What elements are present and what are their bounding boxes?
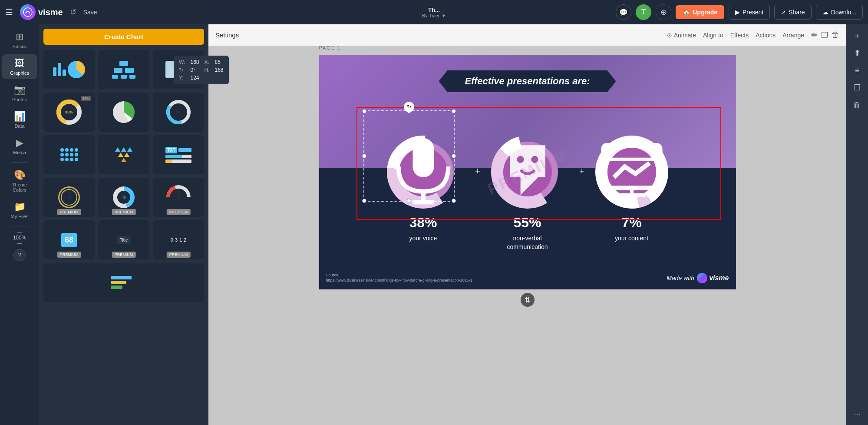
svg-point-27 [531,156,538,163]
rt-filter-button[interactable]: ≡ [849,63,865,78]
pen-icon[interactable]: ✏ [811,30,818,40]
nav-right-section: 💬 T ⊕ 🏠 Upgrade ▶ Present ↗ Share ☁ Down… [616,4,863,20]
canvas-toolbar: Settings ⊙ Animate Align to Effects Acti… [208,24,846,46]
add-collaborator-button[interactable]: ⊕ [656,4,671,20]
panel-item-speedometer[interactable]: 45 PREMIUM [153,178,204,217]
gauge-value: 45 [117,191,130,204]
scroll-indicator[interactable]: ⇅ [319,293,736,307]
undo-button[interactable]: ↺ [70,7,76,17]
rt-upload-button[interactable]: ⬆ [849,45,865,61]
panel-item-donut-yellow[interactable]: 35% 35% [43,93,95,132]
svg-point-0 [23,8,32,17]
copy-icon[interactable]: ❐ [821,30,828,40]
panel-item-color-bars[interactable] [43,263,204,302]
panel-item-gauge[interactable]: 45 PREMIUM [98,178,149,217]
seqnums-premium-badge: PREMIUM [167,252,191,258]
sidebar-label-media: Media [13,150,26,155]
chart-item-nonverbal[interactable]: 55% non-verbalcommunication + [488,133,567,251]
clock-premium-badge: PREMIUM [57,209,81,215]
panel-item-org-chart[interactable] [98,50,149,89]
dropdown-chevron-icon[interactable]: ▼ [441,13,446,18]
sidebar-item-photos[interactable]: 📷 Photos [2,81,37,106]
create-chart-button[interactable]: Create Chart [43,29,204,45]
graphics-icon: 🖼 [15,58,24,69]
sidebar-label-basics: Basics [13,44,26,49]
seq-nums-icon: 0312 [169,236,188,244]
basics-icon: ⊞ [16,31,23,43]
animate-icon: ⊙ [667,32,672,39]
sidebar-item-media[interactable]: ▶ Media [2,134,37,159]
present-button[interactable]: ▶ Present [729,5,770,20]
panel-item-seq-nums[interactable]: 0312 PREMIUM [153,220,204,259]
sidebar-item-my-files[interactable]: 📁 My Files [2,198,37,222]
voice-label: your voice [409,234,437,243]
nonverbal-percent: 55% [513,215,541,231]
effects-button[interactable]: Effects [730,32,749,39]
pie-shape-icon [68,61,85,78]
sidebar-item-theme-colors[interactable]: 🎨 Theme Colors [2,166,37,196]
logo-text: visme [38,7,63,17]
rt-copy-button[interactable]: ❐ [849,80,865,96]
sidebar-divider-2 [11,226,28,226]
visme-logo-small: visme [697,273,729,283]
panel-item-title-bar[interactable]: Title PREMIUM [98,220,149,259]
data-icon: 📊 [14,111,26,122]
sidebar-item-basics[interactable]: ⊞ Basics [2,28,37,53]
upgrade-button[interactable]: 🏠 Upgrade [676,5,724,19]
sidebar-label-theme-colors: Theme Colors [5,182,34,193]
canvas-scroll[interactable]: PAGE 1 Effective presentations are: PREM… [208,46,846,425]
chart-item-content[interactable]: 7% your content [593,133,671,243]
save-button[interactable]: Save [83,9,97,16]
comment-button[interactable]: 💬 [616,4,631,20]
panel-item-triangles[interactable] [98,135,149,174]
rt-add-button[interactable]: ＋ [849,28,865,43]
panel-item-bar-pie[interactable] [43,50,95,89]
settings-label[interactable]: Settings [215,31,239,39]
svg-text:45: 45 [177,198,180,201]
svg-point-26 [517,156,524,163]
sidebar-item-graphics[interactable]: 🖼 Graphics [2,54,37,79]
arrange-button[interactable]: Arrange [782,32,804,39]
download-button[interactable]: ☁ Downlo... [816,5,863,20]
triangle-shape-icon [115,147,132,162]
panel-item-donut-green[interactable] [98,93,149,132]
canvas-wrapper: PAGE 1 Effective presentations are: PREM… [319,55,736,307]
sidebar-label-graphics: Graphics [10,70,29,76]
panel-item-progress-bars[interactable]: TXT [153,135,204,174]
hamburger-menu-button[interactable]: ☰ [5,7,13,17]
gauge-icon: 45 [113,186,135,208]
chart-item-voice[interactable]: 38% your voice + [384,133,462,243]
panel-item-donut-outline[interactable]: 35% [153,93,204,132]
rt-delete-button[interactable]: 🗑 [849,97,865,113]
rt-more-button[interactable]: ··· [849,406,865,422]
my-files-icon: 📁 [14,201,26,212]
plus-1-icon: + [475,166,481,177]
panel-item-map[interactable]: 📍 [153,50,204,89]
slide-source: Source: https://www.businessinsider.com/… [326,272,472,283]
speedometer-premium-badge: PREMIUM [167,209,191,215]
main-body: ⊞ Basics 🖼 Graphics 📷 Photos 📊 Data ▶ Me… [0,24,868,425]
sidebar-item-data[interactable]: 📊 Data [2,107,37,132]
slide[interactable]: Effective presentations are: PREMIUM [319,55,736,289]
gauge-premium-badge: PREMIUM [112,209,136,215]
page-label: PAGE 1 [319,46,341,50]
share-button[interactable]: ↗ Share [774,5,811,20]
voice-icon [384,131,462,213]
titlebar-premium-badge: PREMIUM [112,252,136,258]
align-to-button[interactable]: Align to [703,32,723,39]
download-icon: ☁ [822,9,828,16]
slide-made-with: Made with visme [667,273,729,283]
top-navbar: ☰ visme ↺ Save Th... By Tyler ▼ 💬 T ⊕ 🏠 … [0,0,868,24]
presentation-title[interactable]: Th... By Tyler ▼ [422,7,446,18]
trash-icon[interactable]: 🗑 [832,30,839,40]
panel-item-num-68[interactable]: 68 PREMIUM [43,220,95,259]
panel-items-grid: 📍 35% 35% [43,50,204,302]
help-button[interactable]: ? [13,249,26,261]
panel-item-dots-grid[interactable] [43,135,95,174]
actions-button[interactable]: Actions [756,32,776,39]
animate-button[interactable]: ⊙ Animate [667,32,696,39]
panel-item-clock[interactable]: PREMIUM [43,178,95,217]
zoom-level: — 100% — [13,230,26,246]
right-toolbar: ＋ ⬆ ≡ ❐ 🗑 ··· [846,24,868,425]
user-avatar[interactable]: T [636,4,651,20]
